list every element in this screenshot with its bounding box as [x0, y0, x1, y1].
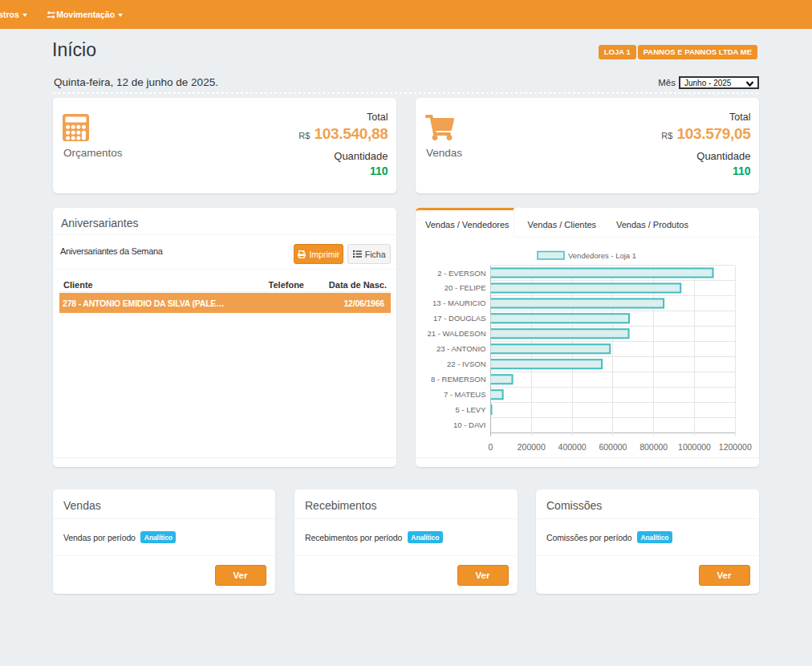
svg-text:23 - ANTONIO: 23 - ANTONIO: [436, 344, 486, 353]
svg-text:Vendedores - Loja 1: Vendedores - Loja 1: [568, 251, 636, 260]
svg-text:22 - IVSON: 22 - IVSON: [447, 359, 486, 368]
svg-text:13 - MAURICIO: 13 - MAURICIO: [432, 298, 486, 307]
svg-text:17 - DOUGLAS: 17 - DOUGLAS: [433, 314, 485, 323]
svg-text:400000: 400000: [558, 442, 587, 452]
svg-text:0: 0: [489, 442, 493, 452]
svg-text:600000: 600000: [599, 442, 627, 452]
svg-text:1200000: 1200000: [719, 442, 752, 452]
svg-text:800000: 800000: [639, 442, 668, 452]
svg-text:5 - LEVY: 5 - LEVY: [455, 405, 486, 414]
svg-text:21 - WALDESON: 21 - WALDESON: [427, 329, 485, 338]
svg-text:7 - MATEUS: 7 - MATEUS: [444, 390, 486, 399]
svg-text:8 - REMERSON: 8 - REMERSON: [431, 375, 486, 384]
svg-text:2 - EVERSON: 2 - EVERSON: [437, 269, 485, 278]
svg-text:20 - FELIPE: 20 - FELIPE: [445, 283, 486, 292]
svg-text:1000000: 1000000: [678, 442, 711, 452]
svg-text:10 - DAVI: 10 - DAVI: [453, 420, 485, 429]
svg-text:200000: 200000: [518, 442, 546, 452]
